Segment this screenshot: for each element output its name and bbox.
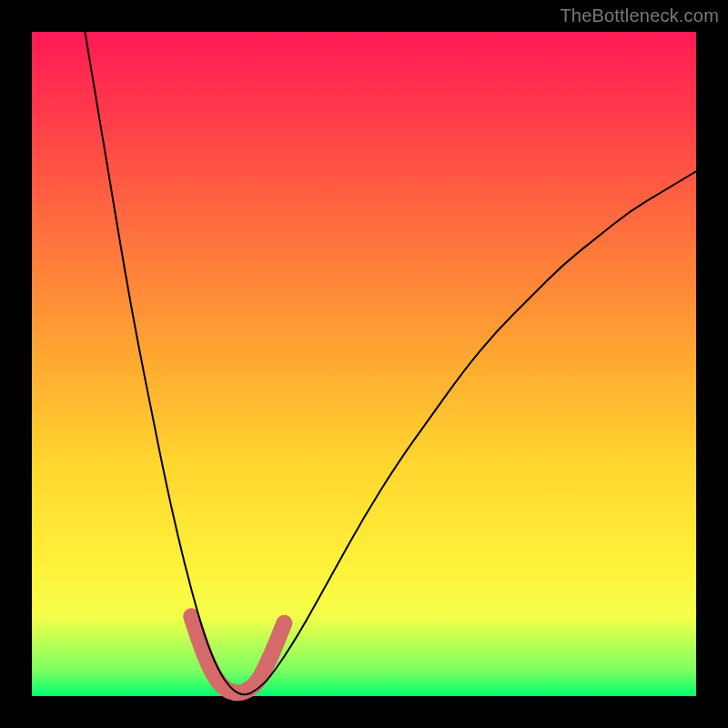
range-marker-path [191,616,284,693]
watermark-text: TheBottleneck.com [560,5,719,26]
plot-area [32,32,696,696]
range-marker [191,616,284,693]
bottleneck-curve [85,32,696,694]
chart-frame: TheBottleneck.com [0,0,728,728]
curve-svg [32,32,696,696]
